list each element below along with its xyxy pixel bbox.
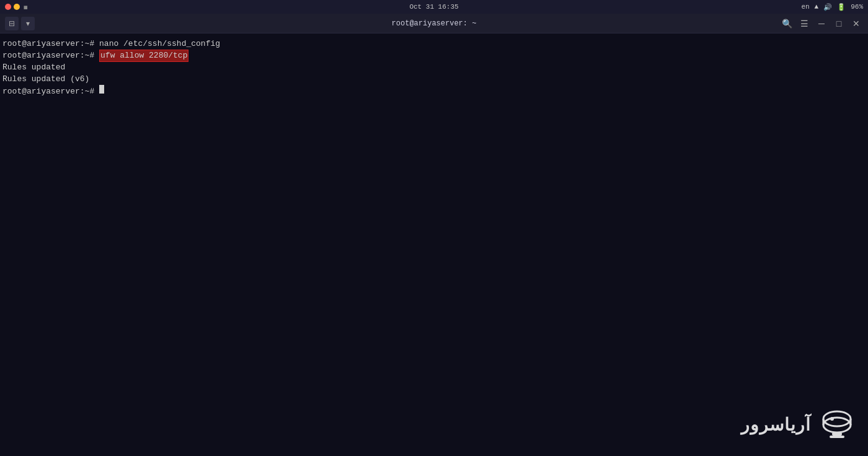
battery-icon: 🔋 bbox=[837, 3, 846, 11]
volume-icon: 🔊 bbox=[823, 3, 832, 11]
svg-point-6 bbox=[830, 417, 834, 421]
prompt-2: root@ariyaserver:~# bbox=[2, 50, 99, 61]
language-indicator: en bbox=[801, 3, 809, 11]
terminal-titlebar: ⊟ ▾ root@ariyaserver: ~ 🔍 ☰ ─ □ ✕ bbox=[0, 14, 868, 33]
svg-rect-4 bbox=[832, 432, 842, 436]
terminal-title: root@ariyaserver: ~ bbox=[392, 19, 477, 28]
system-bar: ◼ Oct 31 16:35 en ▲ 🔊 🔋 96% bbox=[0, 0, 868, 14]
titlebar-right: 🔍 ☰ ─ □ ✕ bbox=[780, 17, 863, 30]
terminal-window: ⊟ ▾ root@ariyaserver: ~ 🔍 ☰ ─ □ ✕ root@a… bbox=[0, 14, 868, 456]
terminal-line-5: root@ariyaserver:~# bbox=[2, 85, 866, 97]
terminal-body[interactable]: root@ariyaserver:~# nano /etc/ssh/sshd_c… bbox=[0, 33, 868, 456]
titlebar-left: ⊟ ▾ bbox=[5, 17, 35, 30]
battery-percent: 96% bbox=[851, 3, 863, 11]
system-bar-left: ◼ bbox=[5, 3, 28, 11]
watermark: آریاسرور bbox=[741, 406, 856, 444]
terminal-line-1: root@ariyaserver:~# nano /etc/ssh/sshd_c… bbox=[2, 38, 866, 50]
output-2: Rules updated (v6) bbox=[2, 74, 89, 85]
close-button[interactable]: ✕ bbox=[849, 17, 863, 30]
prompt-3: root@ariyaserver:~# bbox=[2, 86, 99, 97]
restore-button[interactable]: □ bbox=[832, 17, 846, 30]
minimize-button[interactable]: ─ bbox=[815, 17, 828, 30]
terminal-line-2: root@ariyaserver:~# ufw allow 2280/tcp bbox=[2, 50, 866, 62]
output-1: Rules updated bbox=[2, 62, 65, 73]
svg-rect-5 bbox=[830, 436, 844, 438]
system-indicator: ◼ bbox=[24, 3, 28, 11]
terminal-line-4: Rules updated (v6) bbox=[2, 74, 866, 85]
system-tray: en ▲ 🔊 🔋 96% bbox=[801, 3, 863, 11]
tab-icon-button[interactable]: ⊟ bbox=[5, 17, 19, 30]
tab-dropdown-button[interactable]: ▾ bbox=[21, 17, 35, 30]
watermark-logo bbox=[818, 406, 856, 444]
watermark-text: آریاسرور bbox=[741, 413, 811, 437]
traffic-light-min bbox=[14, 4, 20, 10]
terminal-line-3: Rules updated bbox=[2, 62, 866, 73]
traffic-light-close bbox=[5, 4, 11, 10]
traffic-lights bbox=[5, 4, 20, 10]
prompt-1: root@ariyaserver:~# bbox=[2, 38, 99, 50]
command-2-highlighted: ufw allow 2280/tcp bbox=[99, 50, 188, 62]
system-datetime: Oct 31 16:35 bbox=[409, 3, 458, 11]
search-button[interactable]: 🔍 bbox=[780, 17, 794, 30]
menu-button[interactable]: ☰ bbox=[797, 17, 811, 30]
network-icon: ▲ bbox=[815, 3, 819, 11]
command-1: nano /etc/ssh/sshd_config bbox=[99, 38, 220, 50]
cursor bbox=[99, 85, 104, 94]
